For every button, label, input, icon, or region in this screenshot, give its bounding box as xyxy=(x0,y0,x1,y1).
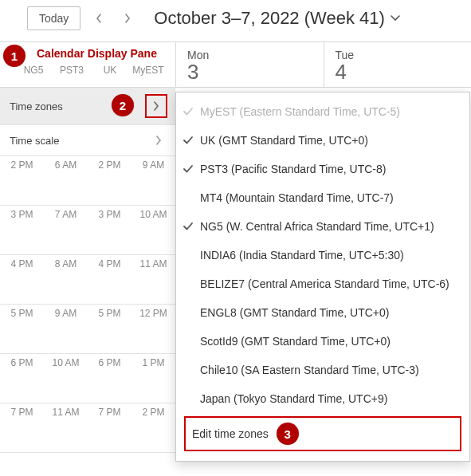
tz-column-header: UK xyxy=(91,65,129,76)
check-icon xyxy=(183,136,200,145)
time-cell: 3 PM xyxy=(88,206,131,254)
timezone-menu-label: INDIA6 (India Standard Time, UTC+5:30) xyxy=(200,249,404,262)
time-cell: 10 AM xyxy=(131,206,175,254)
tz-column-header: MyEST xyxy=(129,65,167,76)
chevron-down-icon xyxy=(390,14,401,22)
time-cell: 12 PM xyxy=(131,305,175,353)
time-cell: 4 PM xyxy=(88,255,131,304)
timezone-menu-label: UK (GMT Standard Time, UTC+0) xyxy=(200,134,368,147)
timezone-menu-item[interactable]: MT4 (Mountain Standard Time, UTC-7) xyxy=(176,183,469,212)
time-cell: 11 AM xyxy=(44,403,88,452)
annotation-marker-2: 2 xyxy=(112,94,134,116)
time-cell: 3 PM xyxy=(0,206,44,254)
timezone-menu-item[interactable]: UK (GMT Standard Time, UTC+0) xyxy=(176,126,469,155)
day-name: Tue xyxy=(336,49,472,61)
time-cell: 9 AM xyxy=(131,156,175,205)
date-range-picker[interactable]: October 3–7, 2022 (Week 41) xyxy=(154,8,400,29)
time-slot-row: 4 PM8 AM4 PM11 AM xyxy=(0,255,175,305)
day-name: Mon xyxy=(187,49,324,61)
time-cell: 6 PM xyxy=(88,354,131,403)
timezone-menu-label: ENGL8 (GMT Standard Time, UTC+0) xyxy=(200,306,389,319)
time-slot-row: 7 PM11 AM7 PM2 PM xyxy=(0,403,175,453)
prev-week-button[interactable] xyxy=(88,10,109,27)
timezone-header: Calendar Display Pane NG5PST3UKMyEST xyxy=(0,42,175,87)
tz-column-header: NG5 xyxy=(14,65,53,76)
day-number: 3 xyxy=(187,61,324,82)
time-cell: 5 PM xyxy=(0,305,44,353)
edit-time-zones-label: Edit time zones xyxy=(192,427,269,440)
timezone-menu-item[interactable]: PST3 (Pacific Standard Time, UTC-8) xyxy=(176,155,469,183)
day-number: 4 xyxy=(336,61,472,82)
timezone-menu-label: ScotId9 (GMT Standard Time, UTC+0) xyxy=(200,335,391,348)
timezone-menu-label: MyEST (Eastern Standard Time, UTC-5) xyxy=(200,105,400,118)
option-label: Time zones xyxy=(10,100,63,112)
check-icon xyxy=(183,107,200,116)
timezone-menu-label: PST3 (Pacific Standard Time, UTC-8) xyxy=(200,163,386,175)
time-grid: 2 PM6 AM2 PM9 AM3 PM7 AM3 PM10 AM4 PM8 A… xyxy=(0,156,175,453)
time-cell: 7 AM xyxy=(44,206,88,254)
timezone-menu-item[interactable]: BELIZE7 (Central America Standard Time, … xyxy=(176,269,469,298)
time-zones-option[interactable]: Time zones xyxy=(0,88,175,125)
time-cell: 5 PM xyxy=(88,305,131,353)
timezone-menu-label: NG5 (W. Central Africa Standard Time, UT… xyxy=(200,220,434,233)
timezone-menu-item[interactable]: ENGL8 (GMT Standard Time, UTC+0) xyxy=(176,298,469,327)
time-cell: 9 AM xyxy=(44,305,88,353)
chevron-right-icon xyxy=(150,132,167,149)
calendar-topbar: Today October 3–7, 2022 (Week 41) xyxy=(0,0,471,41)
today-button[interactable]: Today xyxy=(27,6,80,30)
time-slot-row: 6 PM10 AM6 PM1 PM xyxy=(0,354,175,403)
time-cell: 2 PM xyxy=(0,156,44,205)
time-cell: 4 PM xyxy=(0,255,44,304)
day-column-tue[interactable]: Tue 4 xyxy=(324,42,472,87)
next-week-button[interactable] xyxy=(117,10,138,27)
check-icon xyxy=(183,222,200,231)
time-cell: 6 AM xyxy=(44,156,88,205)
annotation-marker-1: 1 xyxy=(3,45,26,67)
timezone-menu-label: BELIZE7 (Central America Standard Time, … xyxy=(200,277,449,290)
timezone-menu-item[interactable]: Chile10 (SA Eastern Standard Time, UTC-3… xyxy=(176,356,469,384)
time-zones-dropdown: MyEST (Eastern Standard Time, UTC-5)UK (… xyxy=(175,92,470,462)
chevron-right-icon[interactable] xyxy=(145,94,167,118)
edit-time-zones-item[interactable]: Edit time zones 3 xyxy=(184,416,461,451)
annotation-marker-3: 3 xyxy=(277,423,299,445)
time-cell: 10 AM xyxy=(44,354,88,403)
check-icon xyxy=(183,164,200,174)
timezone-menu-item[interactable]: NG5 (W. Central Africa Standard Time, UT… xyxy=(176,212,469,241)
option-label: Time scale xyxy=(10,135,59,147)
time-cell: 2 PM xyxy=(88,156,131,205)
time-cell: 11 AM xyxy=(131,255,175,304)
time-cell: 6 PM xyxy=(0,354,44,403)
day-column-mon[interactable]: Mon 3 xyxy=(175,42,324,87)
time-cell: 7 PM xyxy=(0,403,44,452)
timezone-menu-label: Japan (Tokyo Standard Time, UTC+9) xyxy=(200,392,387,405)
timezone-menu-item[interactable]: ScotId9 (GMT Standard Time, UTC+0) xyxy=(176,327,469,356)
time-cell: 8 AM xyxy=(44,255,88,304)
timezone-menu-item: MyEST (Eastern Standard Time, UTC-5) xyxy=(176,97,469,126)
timezone-menu-item[interactable]: Japan (Tokyo Standard Time, UTC+9) xyxy=(176,384,469,413)
time-slot-row: 3 PM7 AM3 PM10 AM xyxy=(0,206,175,255)
time-slot-row: 5 PM9 AM5 PM12 PM xyxy=(0,305,175,354)
timezone-menu-label: Chile10 (SA Eastern Standard Time, UTC-3… xyxy=(200,364,419,376)
date-range-title: October 3–7, 2022 (Week 41) xyxy=(154,8,384,29)
timezone-menu-label: MT4 (Mountain Standard Time, UTC-7) xyxy=(200,191,394,204)
calendar-display-pane-label: Calendar Display Pane xyxy=(0,47,175,65)
time-slot-row: 2 PM6 AM2 PM9 AM xyxy=(0,156,175,206)
tz-column-header: PST3 xyxy=(53,65,91,76)
timezone-menu-item[interactable]: INDIA6 (India Standard Time, UTC+5:30) xyxy=(176,241,469,269)
time-cell: 2 PM xyxy=(131,403,175,452)
view-options: Time zones Time scale xyxy=(0,88,175,156)
time-cell: 7 PM xyxy=(88,403,131,452)
time-cell: 1 PM xyxy=(131,354,175,403)
calendar-header-row: Calendar Display Pane NG5PST3UKMyEST Mon… xyxy=(0,42,471,88)
time-scale-option[interactable]: Time scale xyxy=(0,125,175,156)
